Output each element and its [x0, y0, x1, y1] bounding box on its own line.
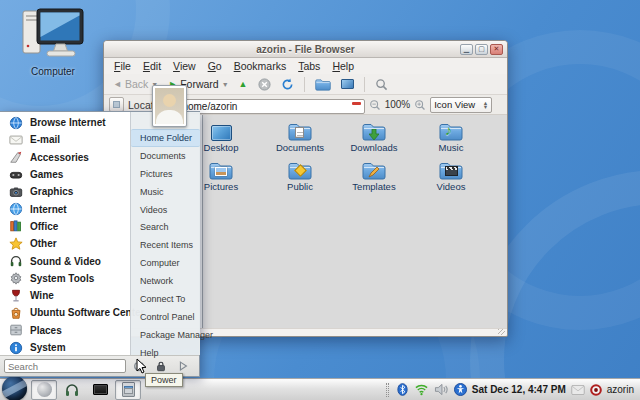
desktop: Computer azorin - File Browser ▁ ▢ ✕ Fil… — [0, 0, 640, 400]
menu-item-browse-internet[interactable]: Browse Internet — [0, 114, 130, 131]
sidepane-toggle-icon — [113, 101, 120, 108]
power-tooltip: Power — [145, 373, 183, 387]
zoom-out-icon[interactable] — [369, 99, 381, 111]
menu-item-system[interactable]: System — [0, 339, 130, 356]
home-folder-icon — [315, 78, 331, 91]
zorin-menu-button[interactable] — [2, 376, 27, 400]
minimize-button[interactable]: ▁ — [460, 44, 473, 55]
folder-label: Music — [415, 143, 487, 153]
taskbar-clock[interactable]: Sat Dec 12, 4:47 PM — [472, 384, 566, 395]
folder-videos[interactable]: Videos — [415, 159, 487, 192]
taskbar-media-button[interactable] — [59, 380, 85, 400]
place-videos[interactable]: Videos — [131, 201, 200, 219]
taskbar-username[interactable]: azorin — [607, 384, 634, 395]
menubar-item-edit[interactable]: Edit — [137, 59, 167, 73]
place-network[interactable]: Network — [131, 272, 200, 290]
menu-item-other[interactable]: Other — [0, 235, 130, 252]
icon-view-area[interactable]: Desktop Documents Downloads ♪ Music — [203, 115, 507, 328]
sidepane-toggle-button[interactable] — [109, 97, 124, 112]
volume-icon[interactable] — [434, 383, 449, 396]
view-mode-select[interactable]: Icon View ▲▼ — [430, 97, 492, 113]
taskbar-terminal-button[interactable] — [87, 380, 113, 400]
up-button[interactable]: ▲ — [235, 78, 252, 90]
taskbar: Sat Dec 12, 4:47 PM azorin — [0, 378, 640, 400]
zoom-level: 100% — [385, 99, 411, 110]
place-home-folder[interactable]: Home Folder — [131, 129, 200, 147]
place-music[interactable]: Music — [131, 183, 200, 201]
place-computer[interactable]: Computer — [131, 254, 200, 272]
terminal-icon — [93, 384, 108, 395]
drawer-icon — [9, 323, 23, 337]
menu-item-sound-video[interactable]: Sound & Video — [0, 252, 130, 269]
stop-button[interactable] — [254, 77, 275, 92]
tray-grip[interactable] — [386, 383, 389, 397]
globe-icon — [9, 116, 23, 130]
picture-emblem-icon — [215, 167, 227, 176]
remove-location-icon[interactable] — [352, 102, 361, 105]
window-titlebar[interactable]: azorin - File Browser ▁ ▢ ✕ — [104, 41, 507, 58]
menubar-item-view[interactable]: View — [167, 59, 202, 73]
folder-label: Videos — [415, 182, 487, 192]
folder-documents[interactable]: Documents — [264, 120, 336, 153]
avatar-photo — [155, 88, 184, 124]
menu-item-games[interactable]: Games — [0, 166, 130, 183]
menubar-item-help[interactable]: Help — [326, 59, 360, 73]
window-menubar: File Edit View Go Bookmarks Tabs Help — [104, 58, 507, 74]
search-button[interactable] — [371, 77, 392, 92]
menu-item-wine[interactable]: Wine — [0, 287, 130, 304]
place-search[interactable]: Search — [131, 218, 200, 236]
home-button[interactable] — [311, 77, 335, 92]
resize-grip[interactable] — [498, 329, 505, 335]
menu-item-email[interactable]: E-mail — [0, 131, 130, 148]
accessibility-icon[interactable] — [454, 383, 467, 396]
music-note-icon: ♪ — [445, 122, 452, 138]
place-recent-items[interactable]: Recent Items — [131, 236, 200, 254]
menubar-item-bookmarks[interactable]: Bookmarks — [228, 59, 293, 73]
mail-indicator-icon[interactable] — [571, 385, 585, 395]
gamepad-icon — [9, 168, 23, 182]
forward-dropdown-icon[interactable]: ▼ — [222, 81, 229, 88]
headphones-icon — [9, 254, 23, 268]
close-button[interactable]: ✕ — [490, 44, 503, 55]
wifi-icon[interactable] — [414, 383, 429, 396]
zoom-in-icon[interactable] — [414, 99, 426, 111]
up-icon: ▲ — [239, 79, 248, 89]
place-package-manager[interactable]: Package Manager — [131, 326, 200, 344]
menubar-item-file[interactable]: File — [108, 59, 137, 73]
utility-knife-icon — [9, 150, 23, 164]
place-documents[interactable]: Documents — [131, 147, 200, 165]
place-connect-to[interactable]: Connect To — [131, 290, 200, 308]
place-pictures[interactable]: Pictures — [131, 165, 200, 183]
taskbar-file-browser-button[interactable] — [115, 380, 141, 400]
taskbar-browser-button[interactable] — [31, 380, 57, 400]
menu-item-internet[interactable]: Internet — [0, 200, 130, 217]
folder-templates[interactable]: Templates — [338, 159, 410, 192]
desktop-folder-icon — [211, 125, 232, 141]
bluetooth-icon[interactable] — [396, 383, 409, 396]
computer-button[interactable] — [337, 78, 358, 90]
menu-item-graphics[interactable]: Graphics — [0, 183, 130, 200]
menu-item-software-center[interactable]: Ubuntu Software Center — [0, 304, 130, 321]
folder-public[interactable]: Public — [264, 159, 336, 192]
browser-globe-icon — [37, 382, 52, 397]
reload-button[interactable] — [277, 77, 298, 92]
user-avatar[interactable] — [152, 85, 187, 127]
menu-item-system-tools[interactable]: System Tools — [0, 270, 130, 287]
menu-item-places[interactable]: Places — [0, 322, 130, 339]
folder-music[interactable]: ♪ Music — [415, 120, 487, 153]
folder-downloads[interactable]: Downloads — [338, 120, 410, 153]
menu-item-office[interactable]: Office — [0, 218, 130, 235]
maximize-button[interactable]: ▢ — [475, 44, 488, 55]
menubar-item-go[interactable]: Go — [202, 59, 228, 73]
menu-search-input[interactable] — [4, 359, 126, 373]
place-control-panel[interactable]: Control Panel — [131, 308, 200, 326]
computer-desktop-icon[interactable]: Computer — [14, 8, 92, 77]
menu-item-accessories[interactable]: Accessories — [0, 149, 130, 166]
location-input[interactable] — [175, 99, 365, 114]
menubar-item-tabs[interactable]: Tabs — [292, 59, 326, 73]
session-indicator-icon[interactable] — [590, 384, 602, 396]
download-arrow-icon — [369, 126, 379, 144]
computer-icon — [20, 46, 86, 63]
toolbar-separator — [364, 77, 365, 92]
document-emblem-icon — [295, 127, 304, 138]
